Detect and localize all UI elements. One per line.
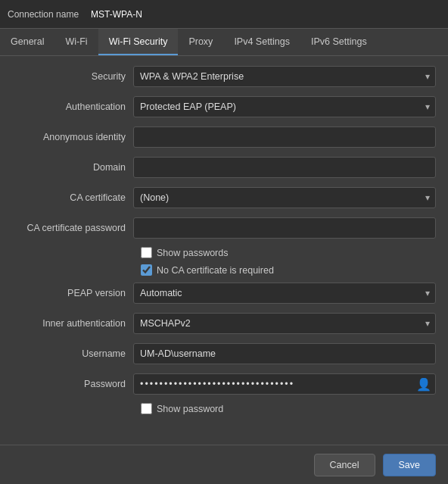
username-label: Username	[12, 348, 133, 359]
domain-control	[133, 157, 436, 178]
ca-cert-password-input[interactable]	[133, 217, 436, 239]
ca-cert-select[interactable]: (None)	[133, 187, 436, 208]
password-row: Password 👤	[12, 373, 436, 395]
form-content: Security WPA & WPA2 Enterprise Authentic…	[0, 56, 448, 429]
title-bar: Connection name MST-WPA-N	[0, 0, 448, 29]
connection-name-label: Connection name	[8, 9, 79, 20]
show-password-checkbox[interactable]	[141, 403, 152, 414]
anonymous-identity-input[interactable]	[133, 126, 436, 148]
footer: Cancel Save	[0, 445, 448, 484]
ca-cert-label: CA certificate	[12, 192, 133, 203]
ca-cert-password-control	[133, 217, 436, 239]
anonymous-identity-row: Anonymous identity	[12, 126, 436, 148]
cancel-button[interactable]: Cancel	[314, 454, 375, 476]
inner-auth-select-wrapper: MSCHAPv2	[133, 313, 436, 334]
tab-bar: General Wi-Fi Wi-Fi Security Proxy IPv4 …	[0, 29, 448, 56]
tab-wifi-security[interactable]: Wi-Fi Security	[98, 29, 179, 55]
username-input[interactable]	[133, 343, 436, 364]
show-passwords-row: Show passwords	[141, 247, 436, 258]
peap-version-row: PEAP version Automatic Version 0 Version…	[12, 282, 436, 304]
username-row: Username	[12, 342, 436, 365]
ca-cert-password-row: CA certificate password	[12, 217, 436, 239]
security-select-wrapper: WPA & WPA2 Enterprise	[133, 66, 436, 87]
show-passwords-label[interactable]: Show passwords	[157, 248, 229, 258]
security-row: Security WPA & WPA2 Enterprise	[12, 65, 436, 88]
authentication-label: Authentication	[12, 101, 133, 112]
ca-cert-select-wrapper: (None)	[133, 187, 436, 208]
peap-version-select[interactable]: Automatic Version 0 Version 1	[133, 283, 436, 304]
username-control	[133, 343, 436, 364]
domain-input[interactable]	[133, 157, 436, 178]
no-ca-checkbox[interactable]	[141, 264, 152, 276]
password-control: 👤	[133, 373, 436, 395]
no-ca-label[interactable]: No CA certificate is required	[157, 265, 274, 276]
security-select[interactable]: WPA & WPA2 Enterprise	[133, 66, 436, 87]
password-label: Password	[12, 379, 133, 389]
domain-label: Domain	[12, 162, 133, 173]
tab-ipv4[interactable]: IPv4 Settings	[223, 29, 300, 55]
password-person-icon[interactable]: 👤	[416, 377, 431, 392]
authentication-select[interactable]: Protected EAP (PEAP)	[133, 96, 436, 117]
show-passwords-checkbox[interactable]	[141, 247, 152, 258]
anonymous-identity-control	[133, 126, 436, 148]
show-password-label[interactable]: Show password	[157, 404, 223, 414]
authentication-row: Authentication Protected EAP (PEAP)	[12, 95, 436, 118]
domain-row: Domain	[12, 156, 436, 179]
inner-auth-label: Inner authentication	[12, 318, 133, 329]
tab-ipv6[interactable]: IPv6 Settings	[300, 29, 378, 55]
peap-version-select-wrapper: Automatic Version 0 Version 1	[133, 283, 436, 304]
inner-auth-row: Inner authentication MSCHAPv2	[12, 312, 436, 335]
authentication-select-wrapper: Protected EAP (PEAP)	[133, 96, 436, 117]
peap-version-label: PEAP version	[12, 288, 133, 298]
password-input[interactable]	[133, 373, 436, 395]
show-password-row: Show password	[141, 403, 436, 414]
tab-proxy[interactable]: Proxy	[178, 29, 223, 55]
connection-name-value: MST-WPA-N	[91, 9, 142, 20]
anonymous-identity-label: Anonymous identity	[12, 132, 133, 142]
security-label: Security	[12, 71, 133, 82]
save-button[interactable]: Save	[383, 454, 437, 476]
inner-auth-select[interactable]: MSCHAPv2	[133, 313, 436, 334]
ca-cert-password-label: CA certificate password	[12, 223, 133, 233]
tab-general[interactable]: General	[0, 29, 54, 55]
ca-cert-row: CA certificate (None)	[12, 186, 436, 209]
tab-wifi[interactable]: Wi-Fi	[54, 29, 98, 55]
no-ca-row: No CA certificate is required	[141, 264, 436, 276]
